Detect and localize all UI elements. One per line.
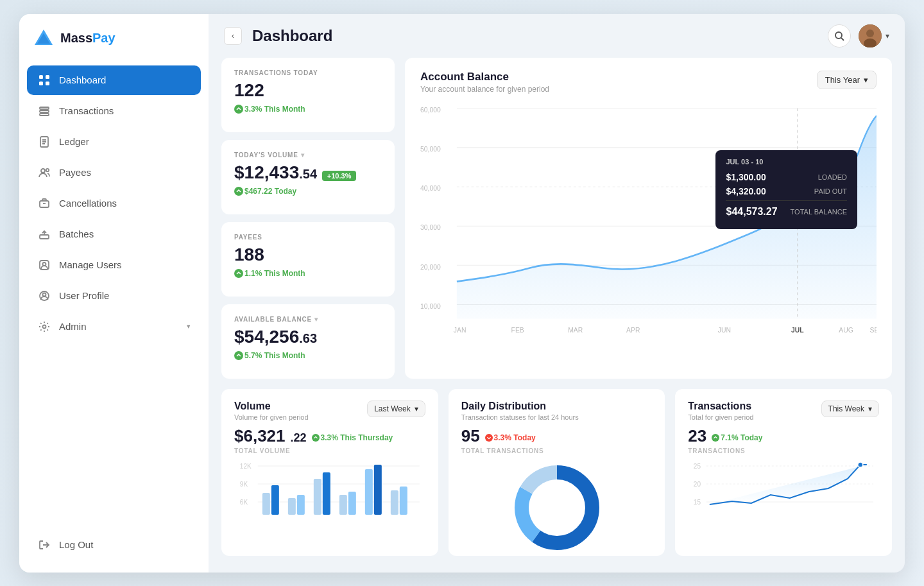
svg-text:9K: 9K [240, 481, 248, 488]
transactions-line-chart: 25 20 15 [688, 460, 879, 517]
svg-point-14 [46, 168, 49, 171]
svg-rect-70 [348, 492, 356, 515]
sidebar-item-payees-label: Payees [59, 167, 91, 178]
distribution-total-label: Total Transactions [461, 447, 653, 454]
svg-text:6K: 6K [240, 499, 248, 506]
svg-rect-6 [40, 107, 49, 109]
account-balance-card: Account Balance Your account balance for… [405, 58, 892, 379]
sidebar-item-payees[interactable]: Payees [27, 158, 201, 187]
trend-up-icon: 3.3% This Month [234, 105, 305, 114]
grid-icon [37, 73, 51, 87]
volume-dropdown-icon[interactable]: ▾ [301, 151, 305, 159]
sidebar-item-cancellations[interactable]: Cancellations [27, 189, 201, 218]
transactions-card: Transactions Total for given period This… [675, 389, 892, 556]
chart-tooltip: JUL 03 - 10 $1,300.00 LOADED $4,320.00 P… [715, 150, 857, 229]
svg-text:50,000: 50,000 [420, 144, 441, 153]
sidebar-item-manage-users[interactable]: Manage Users [27, 250, 201, 280]
svg-point-22 [43, 293, 46, 296]
svg-rect-68 [323, 472, 330, 515]
svg-text:10,000: 10,000 [420, 302, 441, 310]
svg-rect-71 [365, 469, 373, 515]
svg-point-31 [234, 187, 243, 196]
distribution-card-subtitle: Transaction statuses for last 24 hours [461, 413, 579, 421]
sidebar-bottom: Log Out [19, 530, 209, 560]
transactions-period-selector[interactable]: This Week ▾ [821, 401, 879, 417]
top-row: Transactions Today 122 3.3% This Month [221, 58, 892, 379]
sidebar-collapse-button[interactable]: ‹ [224, 27, 242, 45]
svg-point-33 [234, 351, 243, 360]
payees-card: Payees 188 1.1% This Month [221, 222, 395, 297]
svg-point-56 [312, 434, 320, 442]
svg-rect-73 [391, 490, 398, 515]
chart-subtitle: Your account balance for given period [420, 85, 549, 94]
tooltip-date: JUL 03 - 10 [726, 158, 847, 166]
todays-volume-card: Today's Volume ▾ $12,433.54 +10.3% $467.… [221, 140, 395, 214]
logo: MassPay [19, 27, 209, 65]
avatar [859, 24, 882, 47]
sidebar-nav: Dashboard Transactions Ledger [19, 65, 209, 530]
svg-rect-69 [339, 495, 347, 515]
distribution-card-title: Daily Distribution [461, 401, 579, 412]
transactions-today-card: Transactions Today 122 3.3% This Month [221, 58, 395, 132]
period-selector[interactable]: This Year ▾ [817, 71, 877, 89]
volume-total-label: Total Volume [234, 447, 425, 454]
upload-icon [37, 227, 51, 241]
svg-text:FEB: FEB [511, 325, 524, 334]
sidebar-item-ledger-label: Ledger [59, 136, 89, 147]
distribution-card: Daily Distribution Transaction statuses … [449, 389, 665, 556]
svg-text:JUL: JUL [791, 325, 804, 334]
transactions-value: 23 7.1% Today [688, 426, 879, 446]
volume-period-selector[interactable]: Last Week ▾ [367, 401, 425, 417]
page-title: Dashboard [252, 27, 817, 45]
search-button[interactable] [828, 24, 851, 47]
sidebar-item-ledger[interactable]: Ledger [27, 127, 201, 157]
tooltip-paidout-label: PAID OUT [814, 187, 847, 195]
svg-text:20,000: 20,000 [420, 263, 441, 271]
svg-rect-4 [39, 82, 43, 85]
distribution-value: 95 3.3% Today [461, 426, 653, 446]
balance-dropdown-icon[interactable]: ▾ [314, 316, 318, 323]
sidebar-item-batches[interactable]: Batches [27, 220, 201, 249]
stats-column: Transactions Today 122 3.3% This Month [221, 58, 395, 379]
todays-volume-label: Today's Volume ▾ [234, 151, 382, 159]
volume-card-header: Volume Volume for given period Last Week… [234, 401, 425, 421]
user-circle-icon [37, 289, 51, 303]
user-manage-icon [37, 258, 51, 272]
sidebar-item-admin[interactable]: Admin ▾ [27, 312, 201, 341]
svg-text:30,000: 30,000 [420, 223, 441, 231]
svg-text:APR: APR [626, 325, 640, 334]
gear-icon [37, 320, 51, 334]
logout-button[interactable]: Log Out [27, 530, 201, 560]
chart-area: 60,000 50,000 40,000 30,000 20,000 10,00… [420, 99, 877, 349]
sidebar-item-user-profile[interactable]: User Profile [27, 281, 201, 311]
tooltip-total-label: TOTAL BALANCE [791, 208, 847, 216]
svg-point-28 [866, 30, 874, 37]
payees-label: Payees [234, 234, 382, 241]
svg-rect-5 [46, 82, 49, 85]
header-actions: ▾ [828, 24, 889, 47]
volume-trend-badge: +10.3% [322, 171, 357, 181]
svg-rect-63 [262, 493, 270, 515]
sidebar-item-manage-users-label: Manage Users [59, 259, 122, 270]
svg-rect-15 [40, 201, 49, 207]
available-balance-value: $54,256.63 [234, 327, 382, 347]
available-balance-label: Available Balance ▾ [234, 316, 382, 323]
tooltip-loaded-label: LOADED [818, 173, 847, 181]
svg-text:15: 15 [694, 499, 701, 506]
svg-text:MAR: MAR [568, 325, 583, 334]
volume-card-title: Volume [234, 401, 309, 412]
distribution-card-header: Daily Distribution Transaction statuses … [461, 401, 653, 421]
volume-value: $6,321.22 3.3% This Thursday [234, 426, 425, 446]
file-icon [37, 135, 51, 149]
sidebar-item-transactions[interactable]: Transactions [27, 96, 201, 126]
svg-point-32 [234, 269, 243, 278]
svg-text:JAN: JAN [454, 325, 466, 334]
user-avatar-container[interactable]: ▾ [859, 24, 889, 47]
sidebar-item-dashboard[interactable]: Dashboard [27, 65, 201, 95]
svg-rect-66 [297, 495, 305, 515]
svg-text:25: 25 [694, 463, 701, 470]
transactions-card-title: Transactions [688, 401, 753, 412]
svg-text:AUG: AUG [839, 325, 853, 334]
svg-text:12K: 12K [240, 463, 252, 470]
todays-volume-sub: $467.22 Today [234, 187, 382, 196]
